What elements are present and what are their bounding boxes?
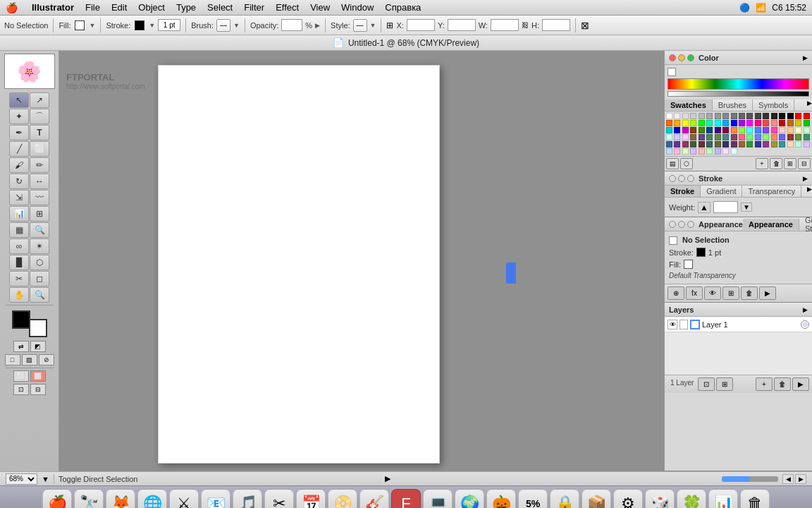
swatch-item[interactable] xyxy=(755,141,761,147)
h-input[interactable]: 0 mm xyxy=(542,19,570,31)
swatch-item[interactable] xyxy=(706,148,713,155)
tool-scissors[interactable]: ✂ xyxy=(9,271,29,286)
screen-mode2[interactable]: ⊟ xyxy=(30,384,46,395)
app-name[interactable]: Illustrator xyxy=(26,1,80,14)
swatch-item[interactable] xyxy=(763,127,769,133)
dock-finder[interactable]: 🍎 xyxy=(42,489,72,509)
swatch-item[interactable] xyxy=(755,120,761,126)
layer-locate[interactable]: ⊡ xyxy=(698,377,715,391)
swatch-item[interactable] xyxy=(722,127,729,133)
swatch-item[interactable] xyxy=(746,134,753,140)
x-input[interactable]: 0 mm xyxy=(407,19,435,31)
swatch-item[interactable] xyxy=(699,120,705,126)
arrange-icon[interactable]: ⊠ xyxy=(581,20,589,31)
stroke-row-swatch[interactable] xyxy=(696,248,706,257)
appearance-delete[interactable]: 🗑 xyxy=(741,286,758,300)
dock-crossover[interactable]: ⚔ xyxy=(169,489,199,509)
menu-view[interactable]: View xyxy=(304,1,336,14)
swatch-item[interactable] xyxy=(755,113,761,119)
swatch-item[interactable] xyxy=(779,134,785,140)
dock-dvd[interactable]: 📀 xyxy=(328,489,357,509)
swatch-item[interactable] xyxy=(722,113,729,119)
appearance-add[interactable]: ⊕ xyxy=(668,286,684,300)
dock-firefox[interactable]: 🦊 xyxy=(106,489,135,509)
swatch-item[interactable] xyxy=(779,113,785,119)
dock-telescope[interactable]: 🔭 xyxy=(74,489,104,509)
swatch-item[interactable] xyxy=(771,113,777,119)
minimize-button[interactable] xyxy=(678,54,685,61)
fill-arrow[interactable]: ▼ xyxy=(89,22,95,29)
new-swatch[interactable]: + xyxy=(756,158,768,169)
tab-swatches[interactable]: Swatches xyxy=(665,99,713,111)
stroke-width-input[interactable] xyxy=(158,19,180,31)
swatch-item[interactable] xyxy=(722,134,729,140)
appearance-min[interactable] xyxy=(678,221,685,228)
swatch-item[interactable] xyxy=(746,120,753,126)
layer-new[interactable]: + xyxy=(756,377,773,391)
swatch-item[interactable] xyxy=(804,113,810,119)
swatch-item[interactable] xyxy=(739,134,745,140)
dock-transmit[interactable]: 📦 xyxy=(582,489,611,509)
swatch-item[interactable] xyxy=(682,148,689,155)
tool-warp[interactable]: 〰 xyxy=(30,190,49,205)
layers-menu[interactable]: ▶ xyxy=(803,306,808,313)
gradient-mode[interactable]: ▨ xyxy=(22,354,37,365)
swatch-item[interactable] xyxy=(674,134,680,140)
swatch-item[interactable] xyxy=(771,141,777,147)
style-selector[interactable]: — xyxy=(353,19,367,32)
swatch-item[interactable] xyxy=(706,120,713,126)
swatch-item[interactable] xyxy=(731,120,737,126)
screen-mode1[interactable]: ⊡ xyxy=(13,384,29,395)
opacity-input[interactable]: 100 xyxy=(281,19,302,31)
swatch-item[interactable] xyxy=(763,141,769,147)
dock-mail[interactable]: 📧 xyxy=(201,489,230,509)
tab-stroke[interactable]: Stroke xyxy=(665,186,701,197)
menu-file[interactable]: File xyxy=(80,1,106,14)
swatch-item[interactable] xyxy=(706,127,713,133)
swatch-item[interactable] xyxy=(690,148,696,155)
swap-colors[interactable]: ⇄ xyxy=(13,341,29,352)
swatch-options[interactable]: ⊞ xyxy=(784,158,796,169)
dock-stocks[interactable]: 5% xyxy=(518,489,548,509)
swatch-item[interactable] xyxy=(804,127,810,133)
swatch-item[interactable] xyxy=(746,141,753,147)
swatch-item[interactable] xyxy=(787,120,794,126)
swatch-item[interactable] xyxy=(787,141,794,147)
swatch-item[interactable] xyxy=(771,120,777,126)
appearance-close[interactable] xyxy=(669,221,676,228)
swatch-item[interactable] xyxy=(779,120,785,126)
dock-guitar[interactable]: 🎸 xyxy=(359,489,389,509)
tool-rectangle[interactable]: ⬜ xyxy=(30,141,49,157)
tool-hand[interactable]: ✋ xyxy=(9,287,29,303)
layer-lock[interactable] xyxy=(679,320,688,329)
swatch-item[interactable] xyxy=(666,134,672,140)
tool-selection[interactable]: ↖ xyxy=(9,92,29,108)
tool-pen[interactable]: ✒ xyxy=(9,125,29,140)
swatch-item[interactable] xyxy=(804,141,810,147)
tool-eraser[interactable]: ◻ xyxy=(30,271,49,286)
none-mode[interactable]: ⊘ xyxy=(39,354,54,365)
dock-misc1[interactable]: 🎲 xyxy=(645,489,675,509)
tool-gradient[interactable]: ▦ xyxy=(9,222,29,238)
tool-magic-wand[interactable]: ✦ xyxy=(9,109,29,124)
stroke-max[interactable] xyxy=(687,175,694,182)
scroll-left[interactable]: ◀ xyxy=(782,474,794,484)
weight-down-icon[interactable]: ▼ xyxy=(741,202,752,212)
dock-navi[interactable]: 🎃 xyxy=(486,489,516,509)
swatch-item[interactable] xyxy=(795,120,801,126)
swatch-item[interactable] xyxy=(795,127,801,133)
layer-visibility[interactable]: 👁 xyxy=(668,320,677,329)
swatch-item[interactable] xyxy=(674,127,680,133)
brush-arrow[interactable]: ▼ xyxy=(233,22,240,29)
delete-swatch[interactable]: 🗑 xyxy=(770,158,782,169)
swatch-item[interactable] xyxy=(666,148,672,155)
swatch-item[interactable] xyxy=(674,141,680,147)
menu-window[interactable]: Window xyxy=(336,1,379,14)
swatch-item[interactable] xyxy=(763,113,769,119)
swatch-item[interactable] xyxy=(682,127,689,133)
swatch-item[interactable] xyxy=(755,127,761,133)
tool-paintbrush[interactable]: 🖌 xyxy=(9,157,29,173)
foreground-color[interactable] xyxy=(12,310,30,329)
close-button[interactable] xyxy=(669,54,676,61)
swatch-item[interactable] xyxy=(699,127,705,133)
